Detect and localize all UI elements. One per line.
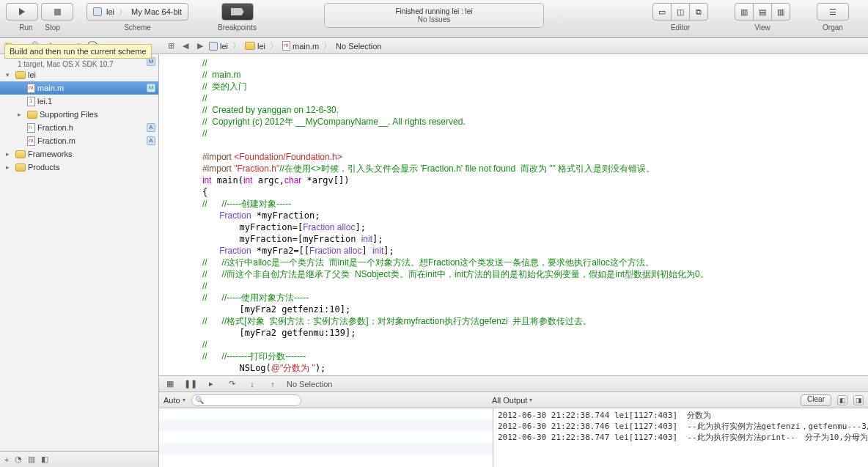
tree-row-supporting-files[interactable]: ▸Supporting Files (0, 108, 158, 121)
file-icon (27, 84, 35, 93)
clear-console-button[interactable]: Clear (801, 394, 831, 406)
tree-label: main.m (37, 84, 64, 92)
crumb-file[interactable]: main.m (282, 41, 319, 51)
breakpoints-label: Breakpoints (218, 23, 257, 32)
crumb-project[interactable]: lei (209, 42, 228, 51)
tree-row-fraction-m[interactable]: Fraction.mA (0, 134, 158, 147)
tree-label: Products (28, 163, 59, 172)
output-filter-dropdown[interactable]: All Output▾ (492, 396, 532, 405)
filter-unsaved-icon[interactable]: ◧ (41, 455, 48, 464)
stop-label: Stop (45, 23, 60, 32)
console-filter-bar: Auto▾ 🔍 All Output▾ Clear ◧ ◨ (159, 392, 868, 408)
run-button[interactable] (6, 3, 38, 21)
hide-debug-icon[interactable]: ▦ (163, 379, 177, 389)
breakpoints-toggle[interactable] (221, 3, 254, 21)
toggle-debug-button[interactable]: ▤ (753, 3, 772, 21)
file-icon (27, 136, 35, 146)
tree-row-main-m[interactable]: main.mM (0, 81, 158, 95)
tree-row-frameworks[interactable]: ▸Frameworks (0, 147, 158, 161)
folder-icon (27, 111, 37, 119)
breakpoint-icon (231, 8, 244, 15)
toolbar: Run Stop lei 〉 My Mac 64-bit Scheme Brea… (0, 0, 868, 38)
status-line1: Finished running lei : lei (395, 7, 472, 15)
organizer-button[interactable]: ☰ (817, 3, 849, 21)
add-button[interactable]: + (4, 455, 9, 464)
crumb-selection[interactable]: No Selection (336, 42, 381, 51)
scm-badge: A (147, 123, 155, 132)
standard-editor-button[interactable]: ▭ (652, 3, 672, 21)
variables-search[interactable]: 🔍 (191, 394, 301, 406)
variables-scope-dropdown[interactable]: Auto▾ (163, 396, 185, 405)
folder-icon (15, 163, 26, 172)
scm-badge: A (147, 136, 155, 145)
filter-scm-icon[interactable]: ▥ (28, 455, 35, 464)
folder-icon (245, 42, 255, 50)
project-icon (209, 42, 218, 51)
stop-button[interactable] (41, 3, 73, 21)
view-segment[interactable]: ▥ ▤ ▥ (735, 3, 790, 21)
variables-view[interactable] (159, 408, 493, 467)
editor-label: Editor (671, 23, 690, 32)
source-editor[interactable]: // // main.m // 类的入门 // // Created by ya… (159, 54, 868, 376)
chevron-icon: 〉 (232, 40, 240, 51)
file-icon (27, 123, 35, 133)
editor-mode-segment[interactable]: ▭ ◫ ⧉ (652, 3, 708, 21)
file-tree[interactable]: ▾leimain.mMlei.1▸Supporting FilesFractio… (0, 68, 158, 451)
debug-bar: ▦ ❚❚ ▸ ↷ ↓ ↑ No Selection (159, 376, 868, 392)
tree-row-lei[interactable]: ▾lei (0, 68, 158, 81)
version-editor-button[interactable]: ⧉ (689, 3, 708, 21)
scheme-label: Scheme (124, 23, 151, 32)
forward-button[interactable]: ▶ (194, 40, 206, 52)
scm-badge: M (147, 84, 155, 92)
debug-thread-label: No Selection (287, 380, 332, 389)
console-left-pane-icon[interactable]: ◧ (837, 395, 847, 405)
folder-icon (15, 71, 26, 79)
back-button[interactable]: ◀ (180, 40, 191, 52)
file-icon (27, 97, 35, 106)
tree-label: Fraction.m (37, 136, 76, 145)
step-out-button[interactable]: ↑ (266, 380, 279, 389)
search-icon: 🔍 (195, 396, 204, 404)
navigator-footer: + ◔ ▥ ◧ (0, 451, 158, 467)
project-targets-line: 1 target, Mac OS X SDK 10.7 (0, 60, 158, 68)
tree-label: lei.1 (37, 97, 52, 106)
tree-label: Fraction.h (37, 123, 73, 132)
console-output[interactable]: 2012-06-30 21:22:38.744 lei[1127:403] 分数… (493, 408, 868, 467)
scheme-selector[interactable]: lei 〉 My Mac 64-bit (87, 3, 188, 21)
stop-icon (54, 9, 61, 15)
folder-icon (15, 150, 26, 158)
related-items-icon[interactable]: ⊞ (165, 40, 177, 52)
navigator-sidebar: M 1 target, Mac OS X SDK 10.7 ▾leimain.m… (0, 54, 159, 467)
toggle-utilities-button[interactable]: ▥ (771, 3, 790, 21)
pause-button[interactable]: ❚❚ (184, 379, 197, 389)
file-icon (282, 41, 290, 51)
filter-recent-icon[interactable]: ◔ (15, 455, 22, 464)
tree-label: Frameworks (28, 150, 73, 158)
scheme-target: lei (106, 7, 114, 16)
tree-row-products[interactable]: ▸Products (0, 161, 158, 174)
chevron-icon: 〉 (323, 40, 331, 51)
organizer-label: Organ (823, 23, 843, 32)
debug-console: 2012-06-30 21:22:38.744 lei[1127:403] 分数… (159, 408, 868, 467)
run-tooltip: Build and then run the current scheme (4, 44, 152, 59)
target-icon (93, 7, 102, 16)
tree-row-fraction-h[interactable]: Fraction.hA (0, 121, 158, 134)
step-into-button[interactable]: ↓ (246, 380, 259, 389)
continue-button[interactable]: ▸ (205, 379, 218, 389)
console-right-pane-icon[interactable]: ◨ (853, 395, 864, 405)
tree-label: Supporting Files (40, 110, 98, 119)
toggle-navigator-button[interactable]: ▥ (735, 3, 754, 21)
crumb-folder[interactable]: lei (245, 42, 265, 51)
tree-label: lei (28, 70, 36, 79)
play-icon (19, 8, 25, 15)
chevron-icon: 〉 (270, 40, 278, 51)
tree-row-lei-1[interactable]: lei.1 (0, 95, 158, 108)
run-label: Run (19, 23, 32, 32)
activity-status: Finished running lei : lei No Issues (324, 3, 544, 28)
status-line2: No Issues (418, 15, 450, 23)
chevron-right-icon: 〉 (119, 7, 127, 18)
step-over-button[interactable]: ↷ (225, 379, 238, 389)
scheme-destination: My Mac 64-bit (131, 7, 182, 16)
assistant-editor-button[interactable]: ◫ (671, 3, 690, 21)
view-label: View (754, 23, 770, 32)
